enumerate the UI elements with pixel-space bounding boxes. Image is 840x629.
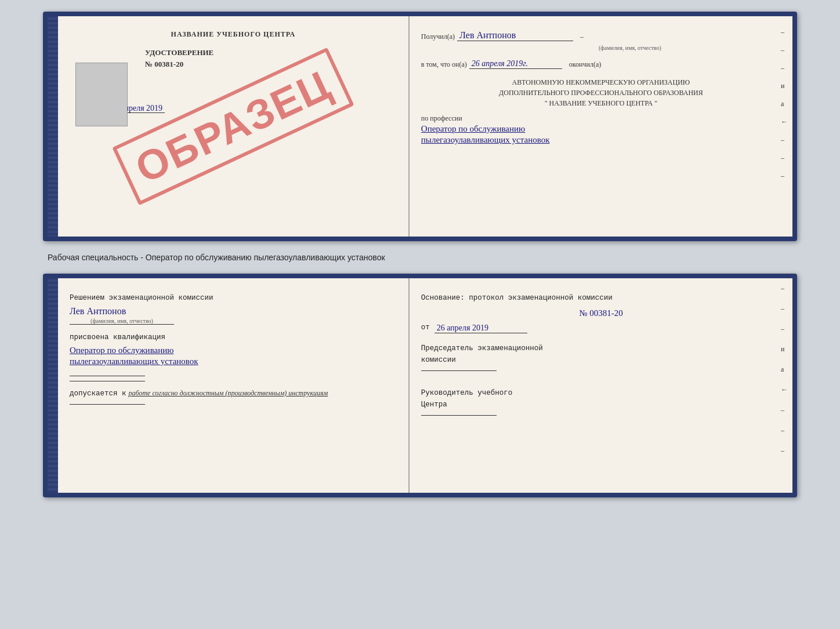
- book-spine-top: [48, 16, 58, 237]
- qualification-line2: пылегазоулавливающих установок: [70, 357, 397, 366]
- block-line3: " НАЗВАНИЕ УЧЕБНОГО ЦЕНТРА ": [421, 98, 781, 108]
- section-subtitle: Рабочая специальность - Оператор по обсл…: [43, 250, 797, 264]
- chairman-line1: Председатель экзаменационной: [421, 343, 781, 354]
- bottom-left-page: Решением экзаменационной комиссии Лев Ан…: [58, 278, 410, 493]
- finished-label: окончил(а): [569, 60, 601, 69]
- head-block: Руководитель учебного Центра: [421, 387, 781, 416]
- block-line1: АВТОНОМНУЮ НЕКОММЕРЧЕСКУЮ ОРГАНИЗАЦИЮ: [421, 77, 781, 88]
- sig-line-2: [70, 381, 145, 381]
- profession-label: по профессии: [421, 114, 781, 123]
- bottom-certificate-book: Решением экзаменационной комиссии Лев Ан…: [43, 274, 797, 497]
- sig-line-1: [70, 376, 145, 376]
- top-certificate-book: НАЗВАНИЕ УЧЕБНОГО ЦЕНТРА УДОСТОВЕРЕНИЕ №…: [43, 12, 797, 241]
- chairman-block: Председатель экзаменационной комиссии: [421, 343, 781, 371]
- in-that-line: в том, что он(а) 26 апреля 2019г. окончи…: [421, 59, 781, 69]
- basis-text: Основание: протокол экзаменационной коми…: [421, 292, 781, 304]
- bottom-certificate-section: Решением экзаменационной комиссии Лев Ан…: [43, 274, 797, 497]
- received-line: Получил(а) Лев Антпонов –: [421, 30, 781, 41]
- received-name: Лев Антпонов: [457, 30, 573, 41]
- assigned-text: присвоена квалификация: [70, 332, 397, 343]
- top-right-page: Получил(а) Лев Антпонов – (фамилия, имя,…: [410, 16, 792, 237]
- fio-hint-bottom: (фамилия, имя, отчество): [70, 318, 174, 324]
- head-line2: Центра: [421, 399, 781, 410]
- cert-number: № 00381-20: [145, 60, 397, 69]
- sig-line-3: [70, 404, 145, 405]
- decision-text: Решением экзаменационной комиссии: [70, 292, 397, 304]
- dash1: –: [580, 32, 584, 41]
- chairman-sig: [421, 370, 497, 371]
- date-prefix: от: [421, 322, 430, 333]
- block-line2: ДОПОЛНИТЕЛЬНОГО ПРОФЕССИОНАЛЬНОГО ОБРАЗО…: [421, 88, 781, 98]
- profession-line2: пылегазоулавливающих установок: [421, 135, 781, 145]
- profession-line1: Оператор по обслуживанию: [421, 124, 781, 134]
- right-dashes-bottom: – – – и а ← – – –: [781, 284, 788, 455]
- person-name-bottom: Лев Антпонов: [70, 306, 397, 317]
- head-sig: [421, 415, 497, 416]
- qualification-line1: Оператор по обслуживанию: [70, 346, 397, 355]
- training-center-name-top: НАЗВАНИЕ УЧЕБНОГО ЦЕНТРА: [70, 30, 397, 39]
- org-block: АВТОНОМНУЮ НЕКОММЕРЧЕСКУЮ ОРГАНИЗАЦИЮ ДО…: [421, 77, 781, 108]
- admitted-text: работе согласно должностным (производств…: [129, 389, 328, 397]
- cert-issued: Выдано 26 апреля 2019: [81, 104, 397, 113]
- admitted-label: допускается к: [70, 390, 126, 398]
- top-left-page: НАЗВАНИЕ УЧЕБНОГО ЦЕНТРА УДОСТОВЕРЕНИЕ №…: [58, 16, 410, 237]
- head-line1: Руководитель учебного: [421, 387, 781, 399]
- received-label: Получил(а): [421, 32, 455, 41]
- cert-title: УДОСТОВЕРЕНИЕ: [145, 48, 397, 57]
- bottom-right-page: Основание: протокол экзаменационной коми…: [410, 278, 792, 493]
- chairman-line2: комиссии: [421, 354, 781, 366]
- top-certificate-section: НАЗВАНИЕ УЧЕБНОГО ЦЕНТРА УДОСТОВЕРЕНИЕ №…: [43, 12, 797, 241]
- cert-mp: М.П.: [81, 118, 397, 126]
- finish-date: 26 апреля 2019г.: [469, 59, 562, 69]
- fio-hint-top: (фамилия, имя, отчество): [479, 45, 781, 51]
- obrazets-stamp: ОБРАЗЕЦ: [112, 48, 354, 206]
- cert-doc-info: УДОСТОВЕРЕНИЕ № 00381-20: [145, 48, 397, 69]
- admitted-block: допускается к работе согласно должностны…: [70, 387, 397, 399]
- bottom-date-value: 26 апреля 2019: [435, 323, 527, 333]
- right-dashes-top: – – – и а ← – – –: [781, 28, 788, 180]
- protocol-number: № 00381-20: [421, 308, 781, 318]
- book-spine-bottom: [48, 278, 58, 493]
- photo-placeholder: [75, 63, 128, 126]
- in-that-label: в том, что он(а): [421, 60, 467, 69]
